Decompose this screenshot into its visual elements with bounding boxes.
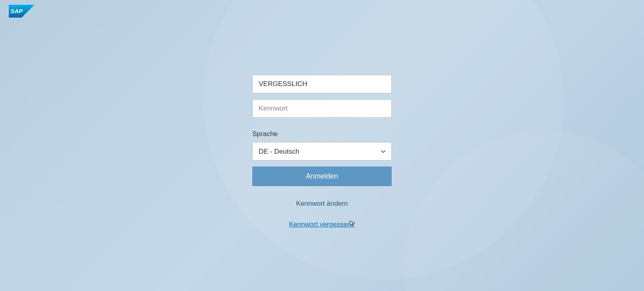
username-input[interactable] [252,75,392,93]
sap-logo-icon: SAP [9,5,34,18]
login-button[interactable]: Anmelden [252,167,392,186]
language-label: Sprache [252,130,392,138]
change-password-link[interactable]: Kennwort ändern [252,200,392,208]
language-select-wrapper: DE - Deutsch [252,142,392,161]
forgot-password-link[interactable]: Kennwort vergessen? [252,221,392,229]
password-input[interactable] [252,99,392,118]
svg-text:SAP: SAP [10,8,23,14]
language-select[interactable]: DE - Deutsch [252,142,392,161]
sap-logo: SAP [9,5,34,19]
login-form: Sprache DE - Deutsch Anmelden Kennwort ä… [252,75,392,229]
